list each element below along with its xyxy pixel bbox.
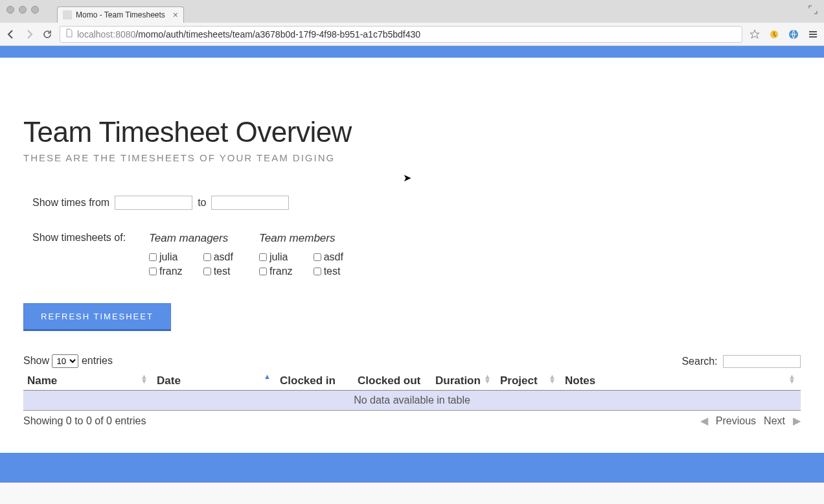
browser-tab[interactable]: Momo - Team Timesheets ×	[57, 6, 184, 23]
toolbar-right	[749, 29, 819, 40]
menu-icon[interactable]	[807, 29, 819, 40]
close-tab-icon[interactable]: ×	[173, 10, 178, 20]
member-checkbox-franz[interactable]: franz	[259, 266, 299, 277]
bookmark-star-icon[interactable]	[749, 29, 761, 40]
member-checkbox-asdf[interactable]: asdf	[314, 251, 350, 263]
col-name[interactable]: Name ▲▼	[23, 372, 153, 391]
app-footer-bar	[0, 453, 824, 483]
window-controls	[6, 6, 39, 14]
tab-title: Momo - Team Timesheets	[76, 10, 165, 19]
manager-checkbox-franz[interactable]: franz	[149, 266, 189, 277]
sort-icon: ▲▼	[484, 374, 491, 384]
from-label: Show times from	[32, 197, 109, 209]
to-label: to	[198, 197, 206, 209]
table-controls: Show 10 entries Search:	[23, 354, 801, 368]
page-size-select[interactable]: 10	[52, 354, 78, 368]
filters: Show times from to Show timesheets of: T…	[23, 196, 801, 277]
col-notes[interactable]: Notes ▲▼	[561, 372, 801, 391]
address-bar[interactable]: localhost:8080/momo/auth/timesheets/team…	[60, 26, 742, 43]
members-header: Team members	[259, 232, 350, 245]
page-title: Team Timesheet Overview	[23, 116, 801, 148]
forward-button[interactable]	[23, 29, 35, 40]
date-range-row: Show times from to	[32, 196, 801, 210]
search-input[interactable]	[723, 355, 801, 368]
prev-arrow-icon[interactable]: ◀	[700, 415, 708, 427]
extension-icon-1[interactable]	[768, 29, 780, 40]
zoom-window-icon[interactable]	[31, 6, 39, 14]
empty-row: No data available in table	[23, 391, 801, 411]
next-arrow-icon[interactable]: ▶	[793, 415, 801, 427]
table-footer: Showing 0 to 0 of 0 entries ◀ Previous N…	[23, 415, 801, 427]
next-button[interactable]: Next	[764, 415, 785, 427]
user-filter-row: Show timesheets of: Team managers julia …	[32, 232, 801, 277]
manager-checkbox-test[interactable]: test	[203, 266, 240, 277]
browser-tab-strip: Momo - Team Timesheets ×	[0, 0, 824, 23]
sort-icon: ▲	[264, 374, 271, 379]
search-control: Search:	[681, 355, 801, 368]
col-date[interactable]: Date ▲	[153, 372, 276, 391]
reload-button[interactable]	[41, 29, 53, 40]
col-clocked-in[interactable]: Clocked in	[276, 372, 354, 391]
back-button[interactable]	[5, 29, 17, 40]
managers-column: Team managers julia asdf franz test	[149, 232, 240, 277]
manager-checkbox-asdf[interactable]: asdf	[203, 251, 240, 263]
page-icon	[65, 29, 73, 40]
favicon-icon	[63, 10, 72, 19]
sort-icon: ▲▼	[141, 374, 148, 384]
member-checkbox-julia[interactable]: julia	[259, 251, 299, 263]
groups-label: Show timesheets of:	[32, 232, 130, 277]
table-info: Showing 0 to 0 of 0 entries	[23, 415, 146, 427]
url-text: localhost:8080/momo/auth/timesheets/team…	[77, 29, 420, 40]
col-clocked-out[interactable]: Clocked out	[354, 372, 431, 391]
minimize-window-icon[interactable]	[19, 6, 27, 14]
col-project[interactable]: Project ▲▼	[496, 372, 561, 391]
members-column: Team members julia asdf franz test	[259, 232, 350, 277]
app-header-bar	[0, 46, 824, 58]
page-subtitle: THESE ARE THE TIMESHEETS OF YOUR TEAM DI…	[23, 152, 801, 163]
page-content: ➤ Team Timesheet Overview THESE ARE THE …	[0, 58, 824, 453]
refresh-button[interactable]: REFRESH TIMESHEET	[23, 303, 171, 331]
search-label: Search:	[681, 355, 717, 366]
date-to-input[interactable]	[211, 196, 289, 210]
pagination: ◀ Previous Next ▶	[700, 415, 801, 427]
managers-header: Team managers	[149, 232, 240, 245]
close-window-icon[interactable]	[6, 6, 14, 14]
col-duration[interactable]: Duration ▲▼	[431, 372, 496, 391]
sort-icon: ▲▼	[788, 374, 795, 384]
page-size-control: Show 10 entries	[23, 354, 113, 368]
sort-icon: ▲▼	[549, 374, 556, 384]
mouse-cursor-icon: ➤	[403, 172, 411, 184]
member-checkbox-test[interactable]: test	[314, 266, 350, 277]
previous-button[interactable]: Previous	[716, 415, 756, 427]
extension-icon-2[interactable]	[788, 29, 799, 40]
timesheet-table: Name ▲▼ Date ▲ Clocked in Clocked out Du…	[23, 372, 801, 411]
manager-checkbox-julia[interactable]: julia	[149, 251, 189, 263]
empty-message: No data available in table	[23, 391, 801, 411]
date-from-input[interactable]	[115, 196, 192, 210]
fullscreen-icon[interactable]	[808, 5, 818, 14]
browser-toolbar: localhost:8080/momo/auth/timesheets/team…	[0, 23, 824, 46]
